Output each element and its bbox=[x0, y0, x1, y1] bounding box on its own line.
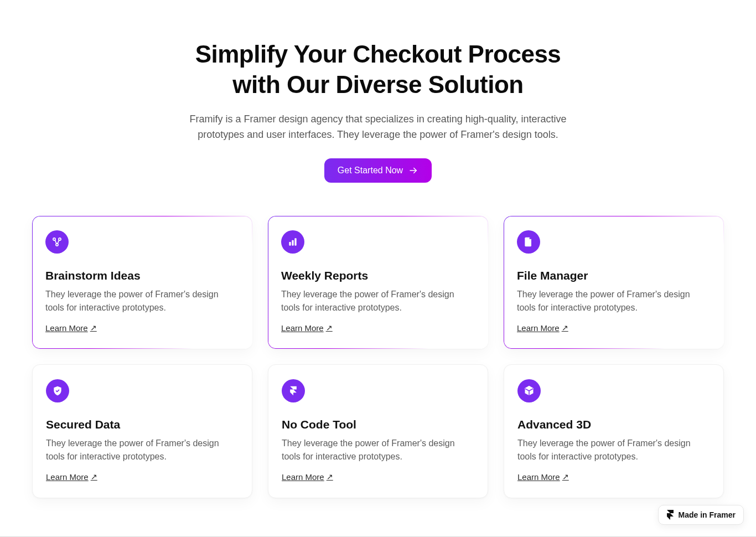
learn-more-link[interactable]: Learn More ↗ bbox=[281, 323, 333, 333]
arrow-up-right-icon: ↗ bbox=[562, 323, 568, 332]
svg-rect-4 bbox=[289, 242, 291, 246]
feature-card-filemanager: File Manager They leverage the power of … bbox=[504, 216, 724, 349]
arrow-up-right-icon: ↗ bbox=[327, 472, 333, 481]
arrow-right-icon bbox=[408, 166, 418, 175]
learn-more-link[interactable]: Learn More ↗ bbox=[45, 323, 97, 333]
made-in-framer-badge[interactable]: Made in Framer bbox=[658, 505, 744, 525]
feature-desc: They leverage the power of Framer's desi… bbox=[282, 437, 474, 463]
feature-card-secured: Secured Data They leverage the power of … bbox=[32, 364, 252, 498]
features-grid: Brainstorm Ideas They leverage the power… bbox=[32, 216, 724, 498]
svg-rect-5 bbox=[292, 240, 293, 245]
feature-title: File Manager bbox=[517, 269, 711, 282]
cube-icon bbox=[517, 379, 541, 402]
get-started-button[interactable]: Get Started Now bbox=[324, 158, 432, 183]
learn-more-link[interactable]: Learn More ↗ bbox=[46, 472, 97, 482]
shield-check-icon bbox=[46, 379, 69, 402]
feature-card-3d: Advanced 3D They leverage the power of F… bbox=[504, 364, 724, 498]
feature-title: No Code Tool bbox=[282, 418, 474, 431]
feature-desc: They leverage the power of Framer's desi… bbox=[281, 288, 475, 314]
feature-title: Weekly Reports bbox=[281, 269, 475, 282]
feature-title: Secured Data bbox=[46, 418, 239, 431]
hero-title-line1: Simplify Your Checkout Process bbox=[195, 40, 561, 68]
feature-title: Brainstorm Ideas bbox=[45, 269, 239, 282]
file-icon bbox=[517, 230, 540, 254]
learn-more-link[interactable]: Learn More ↗ bbox=[517, 472, 569, 482]
learn-more-label: Learn More bbox=[45, 323, 88, 333]
feature-desc: They leverage the power of Framer's desi… bbox=[45, 288, 239, 314]
hero-title: Simplify Your Checkout Process with Our … bbox=[134, 39, 622, 100]
feature-desc: They leverage the power of Framer's desi… bbox=[517, 288, 711, 314]
learn-more-label: Learn More bbox=[517, 472, 560, 482]
framer-logo-icon bbox=[666, 510, 674, 520]
arrow-up-right-icon: ↗ bbox=[90, 323, 97, 332]
card-inner: Brainstorm Ideas They leverage the power… bbox=[32, 216, 252, 349]
feature-desc: They leverage the power of Framer's desi… bbox=[517, 437, 710, 463]
arrow-up-right-icon: ↗ bbox=[91, 472, 97, 481]
learn-more-label: Learn More bbox=[281, 323, 324, 333]
page-root: Simplify Your Checkout Process with Our … bbox=[0, 0, 756, 520]
learn-more-label: Learn More bbox=[517, 323, 560, 333]
learn-more-label: Learn More bbox=[282, 472, 324, 482]
hero-subtitle: Framify is a Framer design agency that s… bbox=[179, 112, 577, 143]
feature-title: Advanced 3D bbox=[517, 418, 710, 431]
feature-card-reports: Weekly Reports They leverage the power o… bbox=[268, 216, 488, 349]
learn-more-label: Learn More bbox=[46, 472, 89, 482]
learn-more-link[interactable]: Learn More ↗ bbox=[282, 472, 333, 482]
card-inner: File Manager They leverage the power of … bbox=[504, 216, 724, 349]
arrow-up-right-icon: ↗ bbox=[326, 323, 333, 332]
svg-rect-6 bbox=[294, 238, 296, 245]
arrow-up-right-icon: ↗ bbox=[562, 472, 569, 481]
branches-icon bbox=[45, 230, 69, 254]
feature-card-brainstorm: Brainstorm Ideas They leverage the power… bbox=[32, 216, 252, 349]
cta-label: Get Started Now bbox=[338, 166, 403, 175]
hero-title-line2: with Our Diverse Solution bbox=[232, 71, 523, 98]
learn-more-link[interactable]: Learn More ↗ bbox=[517, 323, 568, 333]
feature-desc: They leverage the power of Framer's desi… bbox=[46, 437, 239, 463]
hero-section: Simplify Your Checkout Process with Our … bbox=[134, 39, 622, 183]
framer-logo-icon bbox=[282, 379, 305, 402]
bar-chart-icon bbox=[281, 230, 304, 254]
feature-card-nocode: No Code Tool They leverage the power of … bbox=[268, 364, 488, 498]
badge-label: Made in Framer bbox=[679, 510, 736, 519]
card-inner: Weekly Reports They leverage the power o… bbox=[268, 216, 488, 349]
